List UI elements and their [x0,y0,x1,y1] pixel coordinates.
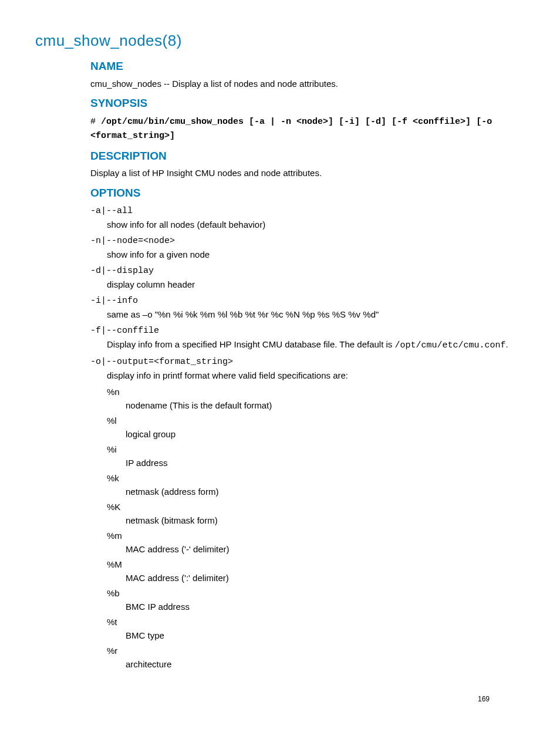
format-spec-desc: netmask (address form) [126,485,525,499]
format-spec-desc: architecture [126,658,525,671]
format-spec-code: %l [107,414,525,428]
format-spec-code: %K [107,501,525,514]
option-desc: same as –o "%n %i %k %m %l %b %t %r %c %… [107,308,525,322]
option-desc-conffile: Display info from a specified HP Insight… [107,338,525,353]
option-flag: -i|--info [90,295,525,308]
option-flag: -a|--all [90,205,525,218]
synopsis-cmd: /opt/cmu/bin/cmu_show_nodes [101,117,244,127]
name-heading: NAME [90,58,525,75]
option-desc: show info for all nodes (default behavio… [107,218,525,232]
format-spec-desc: netmask (bitmask form) [126,514,525,528]
option-desc-output: display info in printf format where vali… [107,369,525,383]
option-desc: show info for a given node [107,248,525,262]
format-spec-code: %r [107,644,525,658]
option-flag: -d|--display [90,265,525,278]
option-desc: display column header [107,278,525,292]
synopsis-prefix: # [90,117,101,127]
synopsis-heading: SYNOPSIS [90,95,525,112]
conffile-desc-pre: Display info from a specified HP Insight… [107,339,395,349]
option-flag: -n|--node=<node> [90,235,525,248]
format-spec-desc: logical group [126,428,525,441]
format-spec-code: %k [107,472,525,485]
description-text: Display a list of HP Insight CMU nodes a… [90,167,525,180]
description-heading: DESCRIPTION [90,148,525,165]
page-title: cmu_show_nodes(8) [35,29,525,52]
format-spec-code: %n [107,386,525,399]
format-spec-desc: BMC type [126,629,525,643]
format-spec-code: %M [107,558,525,572]
conffile-path: /opt/cmu/etc/cmu.conf [395,340,506,350]
synopsis-text: # /opt/cmu/bin/cmu_show_nodes [-a | -n <… [90,114,525,143]
page-number: 169 [478,694,490,704]
format-spec-code: %i [107,443,525,457]
format-spec-code: %m [107,529,525,543]
format-spec-desc: nodename (This is the default format) [126,399,525,413]
conffile-desc-post: . [506,339,508,349]
format-spec-desc: IP address [126,457,525,470]
option-flag-output: -o|--output=<format_string> [90,356,525,369]
format-spec-code: %t [107,616,525,629]
format-spec-desc: MAC address ('-' delimiter) [126,543,525,556]
option-flag-conffile: -f|--conffile [90,325,525,338]
format-spec-code: %b [107,587,525,600]
format-spec-desc: BMC IP address [126,600,525,614]
options-list: -a|--allshow info for all nodes (default… [90,205,525,321]
name-text: cmu_show_nodes -- Display a list of node… [90,77,525,91]
format-specs-list: %nnodename (This is the default format)%… [107,386,525,671]
format-spec-desc: MAC address (':' delimiter) [126,572,525,585]
options-heading: OPTIONS [90,185,525,202]
